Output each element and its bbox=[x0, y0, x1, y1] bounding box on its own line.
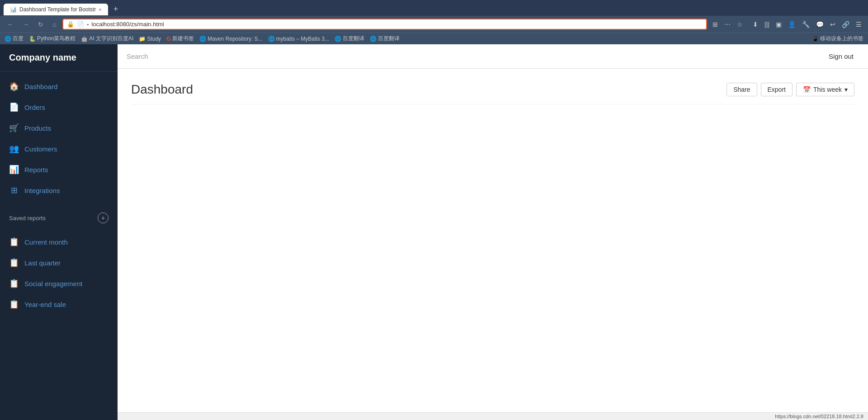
url-input[interactable] bbox=[91, 21, 703, 28]
bookmark-star-icon[interactable]: ☆ bbox=[735, 20, 745, 29]
saved-reports-label: Saved reports bbox=[9, 215, 46, 222]
sidebar-item-products[interactable]: 🛒 Products bbox=[0, 118, 118, 138]
browser-action-buttons: ⊞ ⋯ ☆ ⬇ ||| ▣ 👤 🔧 💬 ↩ 🔗 ☰ bbox=[711, 20, 863, 29]
cart-icon: 🛒 bbox=[9, 123, 19, 133]
search-input[interactable] bbox=[127, 52, 823, 60]
company-name: Company name bbox=[0, 44, 118, 71]
bookmark-study[interactable]: 📁 Study bbox=[139, 36, 161, 42]
reload-button[interactable]: ↻ bbox=[35, 20, 46, 29]
saved-reports-list: 📋 Current month 📋 Last quarter 📋 Social … bbox=[0, 227, 118, 319]
page-icon: 📄 bbox=[77, 21, 84, 28]
sidebar-nav: 🏠 Dashboard 📄 Orders 🛒 Products 👥 Custom… bbox=[0, 71, 118, 205]
tab-favicon: 📊 bbox=[10, 6, 17, 13]
saved-report-label-3: Social engagement bbox=[24, 280, 82, 288]
report-doc-icon-4: 📋 bbox=[9, 299, 19, 309]
extension2-icon[interactable]: 🔧 bbox=[800, 20, 811, 29]
page-title: Dashboard bbox=[131, 82, 193, 97]
this-week-label: This week bbox=[813, 86, 842, 93]
bookmark-ai[interactable]: 🤖 AI 文字识别百度AI bbox=[81, 35, 133, 42]
sidebar-item-customers[interactable]: 👥 Customers bbox=[0, 138, 118, 159]
sidebar-label-products: Products bbox=[24, 124, 51, 132]
browser-chrome: 📊 Dashboard Template for Bootstr × + ← →… bbox=[0, 0, 868, 44]
saved-report-last-quarter[interactable]: 📋 Last quarter bbox=[0, 252, 118, 273]
reports-icon: 📊 bbox=[9, 165, 19, 175]
security-icon: 🔒 bbox=[67, 21, 74, 28]
sidebar-label-dashboard: Dashboard bbox=[24, 83, 57, 90]
tab-close-button[interactable]: × bbox=[99, 7, 101, 12]
main-content: Dashboard Share Export 📅 This week ▾ bbox=[118, 69, 868, 412]
add-saved-report-button[interactable]: + bbox=[98, 212, 108, 223]
this-week-button[interactable]: 📅 This week ▾ bbox=[796, 83, 854, 96]
split-view-icon[interactable]: ▣ bbox=[774, 20, 783, 29]
status-bar: https://blogs.cdn.net/02218.18.html2.2.8 bbox=[118, 412, 868, 420]
sidebar-label-integrations: Integrations bbox=[24, 187, 60, 194]
download-icon[interactable]: ⬇ bbox=[751, 20, 760, 29]
saved-report-label-2: Last quarter bbox=[24, 259, 61, 267]
right-panel: Sign out Dashboard Share Export 📅 This w… bbox=[118, 44, 868, 420]
sidebar-item-orders[interactable]: 📄 Orders bbox=[0, 97, 118, 118]
saved-report-label-4: Year-end sale bbox=[24, 301, 66, 308]
calendar-icon: 📅 bbox=[803, 86, 811, 93]
bookmark-fanyi2[interactable]: 🌐 百度翻译 bbox=[370, 35, 400, 42]
app-header: Sign out bbox=[118, 44, 868, 69]
home-icon: 🏠 bbox=[9, 81, 19, 91]
profile-icon[interactable]: 👤 bbox=[786, 20, 797, 29]
saved-reports-header: Saved reports + bbox=[0, 205, 118, 227]
bookmark-python[interactable]: 🐍 Python菜鸟教程 bbox=[29, 35, 75, 42]
tab-bar: 📊 Dashboard Template for Bootstr × + bbox=[0, 0, 868, 16]
share-link-icon[interactable]: 🔗 bbox=[840, 20, 851, 29]
browser-controls: ← → ↻ ⌂ 🔒 📄 • ⊞ ⋯ ☆ ⬇ ||| ▣ 👤 🔧 💬 ↩ 🔗 ☰ bbox=[0, 16, 868, 33]
chat-icon[interactable]: 💬 bbox=[814, 20, 826, 29]
sidebar-item-integrations[interactable]: ⊞ Integrations bbox=[0, 180, 118, 201]
extensions-icon[interactable]: ⊞ bbox=[711, 20, 720, 29]
bookmark-fanyi1[interactable]: 🌐 百度翻译 bbox=[335, 35, 364, 42]
sidebar: Company name 🏠 Dashboard 📄 Orders 🛒 Prod… bbox=[0, 44, 118, 420]
nav-dot: • bbox=[87, 22, 89, 27]
bookmark-mobile[interactable]: 📱 移动设备上的书签 bbox=[812, 35, 863, 42]
orders-icon: 📄 bbox=[9, 102, 19, 112]
app-container: Company name 🏠 Dashboard 📄 Orders 🛒 Prod… bbox=[0, 44, 868, 420]
sidebar-item-dashboard[interactable]: 🏠 Dashboard bbox=[0, 76, 118, 97]
sign-out-button[interactable]: Sign out bbox=[823, 50, 859, 63]
page-header: Dashboard Share Export 📅 This week ▾ bbox=[131, 82, 854, 104]
forward-button[interactable]: → bbox=[20, 20, 32, 29]
settings-menu-icon[interactable]: ☰ bbox=[854, 20, 863, 29]
bookmark-baidu[interactable]: 🌐 百度 bbox=[5, 35, 24, 42]
home-button[interactable]: ⌂ bbox=[50, 20, 59, 29]
active-tab[interactable]: 📊 Dashboard Template for Bootstr × bbox=[4, 4, 108, 15]
dropdown-arrow-icon: ▾ bbox=[844, 86, 848, 93]
back-button[interactable]: ← bbox=[5, 20, 16, 29]
integrations-icon: ⊞ bbox=[9, 185, 19, 195]
back2-icon[interactable]: ↩ bbox=[828, 20, 837, 29]
tab-title: Dashboard Template for Bootstr bbox=[19, 6, 96, 13]
report-doc-icon-1: 📋 bbox=[9, 237, 19, 247]
new-tab-button[interactable]: + bbox=[110, 3, 122, 16]
bookmark-mybatis[interactable]: 🌐 mybatis – MyBatis 3... bbox=[268, 36, 329, 42]
sidebar-item-reports[interactable]: 📊 Reports bbox=[0, 159, 118, 180]
dashboard-content-area bbox=[131, 113, 854, 294]
saved-report-year-end-sale[interactable]: 📋 Year-end sale bbox=[0, 294, 118, 315]
saved-report-social-engagement[interactable]: 📋 Social engagement bbox=[0, 273, 118, 294]
sidebar-label-orders: Orders bbox=[24, 104, 45, 111]
bookmark-new[interactable]: G 新建书签 bbox=[166, 35, 194, 42]
saved-report-current-month[interactable]: 📋 Current month bbox=[0, 231, 118, 252]
export-button[interactable]: Export bbox=[761, 83, 793, 96]
report-doc-icon-2: 📋 bbox=[9, 258, 19, 268]
customers-icon: 👥 bbox=[9, 144, 19, 154]
address-bar-container: 🔒 📄 • bbox=[62, 19, 707, 30]
sidebar-label-reports: Reports bbox=[24, 166, 48, 174]
more-menu-icon[interactable]: ⋯ bbox=[722, 20, 732, 29]
status-url: https://blogs.cdn.net/02218.18.html2.2.8 bbox=[775, 414, 863, 419]
saved-report-label-1: Current month bbox=[24, 238, 68, 246]
collections-icon[interactable]: ||| bbox=[763, 20, 771, 29]
share-button[interactable]: Share bbox=[726, 83, 757, 96]
sidebar-label-customers: Customers bbox=[24, 145, 57, 153]
bookmark-maven[interactable]: 🌐 Maven Repository: S... bbox=[199, 36, 262, 42]
page-actions: Share Export 📅 This week ▾ bbox=[726, 83, 854, 96]
bookmarks-bar: 🌐 百度 🐍 Python菜鸟教程 🤖 AI 文字识别百度AI 📁 Study … bbox=[0, 33, 868, 44]
report-doc-icon-3: 📋 bbox=[9, 278, 19, 288]
